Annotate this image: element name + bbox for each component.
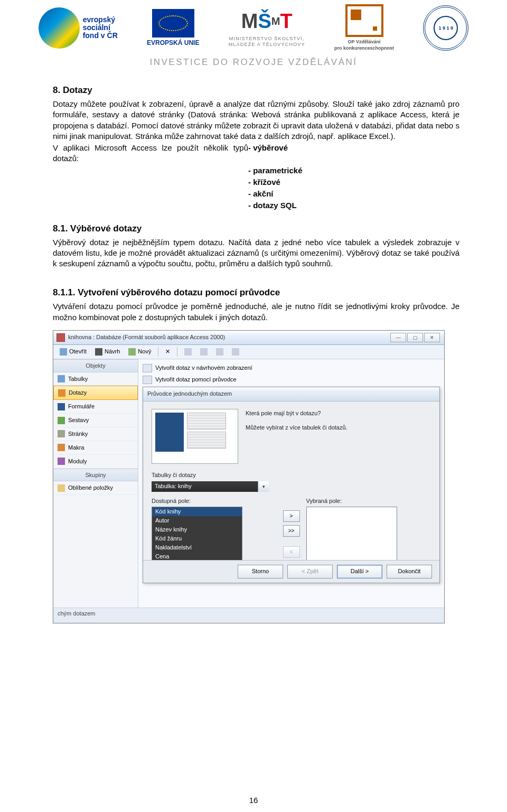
create-wizard-label: Vytvořit dotaz pomocí průvodce	[155, 376, 237, 384]
modules-icon	[58, 458, 65, 465]
create-query-design[interactable]: Vytvořit dotaz v návrhovém zobrazení	[142, 362, 441, 374]
avail-field-0[interactable]: Kód knihy	[152, 507, 242, 516]
nav-item-pages[interactable]: Stránky	[53, 427, 138, 441]
esf-logo: evropský sociální fond v ČR	[39, 7, 118, 49]
paragraph-pruvodce: Vytváření dotazu pomocí průvodce je pomě…	[53, 301, 459, 323]
tables-dropdown[interactable]: Tabulka: knihy ▾	[152, 481, 269, 492]
dropdown-arrow-icon[interactable]: ▾	[258, 481, 269, 492]
design-icon	[95, 348, 102, 356]
create-design-label: Vytvořit dotaz v návrhovém zobrazení	[155, 364, 252, 372]
query-type-2: - křížové	[248, 177, 459, 188]
nav-item-macros[interactable]: Makra	[53, 441, 138, 455]
create-wizard-icon	[143, 376, 152, 384]
esf-icon	[39, 7, 80, 49]
new-icon	[128, 348, 136, 356]
new-button[interactable]: Nový	[125, 347, 154, 357]
create-design-icon	[143, 364, 152, 372]
nav-header-groups: Skupiny	[53, 469, 138, 482]
wizard-question: Která pole mají být v dotazu?	[246, 409, 348, 418]
nav-macros-label: Makra	[68, 444, 84, 452]
view-list-icon	[216, 348, 223, 356]
view-details-button[interactable]	[229, 347, 242, 357]
folder-icon	[58, 484, 65, 492]
view-details-icon	[232, 348, 239, 356]
banner-investice: INVESTICE DO ROZVOJE VZDĚLÁVÁNÍ	[0, 57, 507, 69]
view-small-button[interactable]	[197, 347, 211, 357]
op-line1: OP Vzdělávání	[348, 39, 381, 44]
avail-field-3[interactable]: Kód žánru	[152, 534, 242, 543]
window-maximize-button[interactable]: ▢	[407, 333, 423, 342]
op-text: OP Vzdělávání pro konkurenceschopnost	[334, 39, 394, 51]
query-types-intro: V aplikaci Microsoft Access lze použít n…	[53, 143, 248, 164]
move-add-all-button[interactable]: >>	[283, 525, 300, 537]
nav-item-favorites[interactable]: Oblíbené položky	[53, 481, 138, 495]
statusbar: chým dotazem	[53, 608, 444, 623]
page-number: 16	[0, 795, 507, 806]
move-add-button[interactable]: >	[283, 510, 300, 522]
label-selected: Vybraná pole:	[306, 497, 431, 505]
eu-flag-icon	[152, 9, 194, 38]
nav-pane: Objekty Tabulky Dotazy Formuláře Sestavy…	[53, 359, 138, 608]
wizard-prompt-block: Která pole mají být v dotazu? Můžete vyb…	[246, 409, 348, 464]
paragraph-vyberove: Výběrový dotaz je nejběžnějším typem dot…	[53, 237, 459, 269]
nav-queries-label: Dotazy	[69, 389, 87, 397]
op-logo: OP Vzdělávání pro konkurenceschopnost	[334, 4, 394, 51]
delete-button[interactable]: ✕	[162, 347, 173, 357]
design-button[interactable]: Návrh	[92, 347, 123, 357]
op-line2: pro konkurenceschopnost	[334, 45, 394, 51]
view-large-icon	[184, 348, 192, 356]
cancel-button[interactable]: Storno	[238, 565, 283, 578]
back-button[interactable]: < Zpět	[287, 565, 333, 578]
esf-text: evropský sociální fond v ČR	[83, 16, 118, 40]
open-button[interactable]: Otevřít	[57, 347, 90, 357]
heading-8-dotazy: 8. Dotazy	[53, 85, 459, 97]
queries-icon	[58, 389, 65, 397]
esf-line3: fond v ČR	[83, 32, 118, 40]
msmt-text: MINISTERSTVO ŠKOLSTVÍ, MLÁDEŽE A TĚLOVÝC…	[229, 36, 305, 48]
design-label: Návrh	[105, 348, 120, 356]
eu-label: EVROPSKÁ UNIE	[147, 39, 199, 47]
delete-icon: ✕	[165, 348, 170, 356]
nav-item-forms[interactable]: Formuláře	[53, 400, 138, 414]
window-close-button[interactable]: ✕	[424, 333, 440, 342]
label-available: Dostupná pole:	[152, 497, 277, 505]
macros-icon	[58, 444, 65, 451]
avail-field-1[interactable]: Autor	[152, 516, 242, 525]
pages-icon	[58, 430, 65, 437]
move-remove-button[interactable]: <	[283, 546, 300, 558]
nav-item-queries[interactable]: Dotazy	[53, 386, 138, 400]
wizard-preview-image	[152, 409, 238, 464]
reports-icon	[58, 417, 65, 424]
view-small-icon	[200, 348, 208, 356]
main-pane: Vytvořit dotaz v návrhovém zobrazení Vyt…	[138, 359, 444, 608]
nav-item-reports[interactable]: Sestavy	[53, 414, 138, 427]
avail-field-4[interactable]: Nakladatelství	[152, 543, 242, 552]
nav-pages-label: Stránky	[68, 430, 88, 438]
view-large-button[interactable]	[181, 347, 195, 357]
nav-tables-label: Tabulky	[68, 375, 88, 383]
finish-button[interactable]: Dokončit	[387, 565, 432, 578]
nav-item-tables[interactable]: Tabulky	[53, 372, 138, 386]
create-query-wizard[interactable]: Vytvořit dotaz pomocí průvodce	[142, 374, 441, 386]
nav-forms-label: Formuláře	[68, 403, 95, 410]
msmt-line1: MINISTERSTVO ŠKOLSTVÍ,	[229, 36, 305, 41]
query-type-3: - akční	[248, 189, 459, 199]
db-window-title: knihovna : Databáze (Formát souborů apli…	[68, 333, 225, 341]
seal-year: 1 9 1 9	[425, 7, 466, 49]
next-button[interactable]: Další >	[337, 565, 382, 578]
query-type-4: - dotazy SQL	[248, 200, 459, 211]
query-type-0: - výběrové	[248, 143, 459, 165]
view-list-button[interactable]	[213, 347, 227, 357]
wizard-hint: Můžete vybírat z více tabulek či dotazů.	[246, 423, 348, 433]
db-toolbar: Otevřít Návrh Nový ✕	[53, 345, 444, 359]
nav-fav-label: Oblíbené položky	[68, 484, 113, 492]
nav-header-objects: Objekty	[53, 359, 138, 372]
heading-81: 8.1. Výběrové dotazy	[53, 223, 459, 235]
msmt-line2: MLÁDEŽE A TĚLOVÝCHOVY	[229, 42, 305, 47]
school-seal-icon: 1 9 1 9	[423, 5, 468, 51]
nav-item-modules[interactable]: Moduly	[53, 455, 138, 469]
window-minimize-button[interactable]: —	[390, 333, 406, 342]
paragraph-intro: Dotazy můžete používat k zobrazení, úpra…	[53, 99, 459, 142]
dropdown-value: Tabulka: knihy	[155, 482, 192, 490]
avail-field-2[interactable]: Název knihy	[152, 525, 242, 534]
